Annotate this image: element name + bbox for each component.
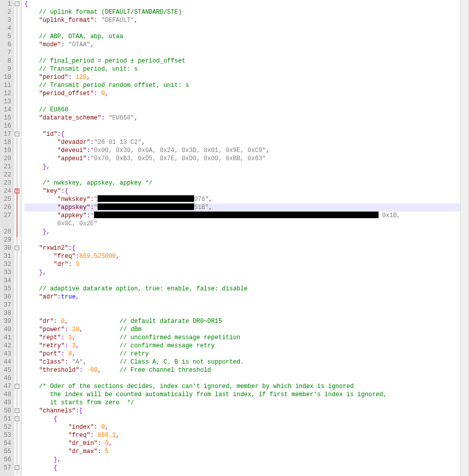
code-line[interactable]: "appkey":" 0x1B,	[24, 212, 460, 220]
line-number: 53	[3, 431, 11, 439]
line-number: 25	[3, 195, 11, 203]
code-line[interactable]: "port": 8, // retry	[24, 350, 460, 358]
code-line[interactable]: // Transmit period, unit: s	[24, 65, 460, 73]
code-line[interactable]	[24, 277, 460, 285]
code-line[interactable]: "id":{	[24, 130, 460, 138]
code-area[interactable]: { // uplink format (DEFAULT/STANDARD/STE…	[21, 0, 460, 476]
line-number: 51	[3, 415, 11, 423]
line-number: 30	[3, 244, 11, 252]
line-number: 24	[3, 187, 11, 195]
code-line[interactable]: it starts from zero */	[24, 399, 460, 407]
code-line[interactable]: the index will be counted automatically …	[24, 391, 460, 399]
code-line[interactable]: "threshold": -80, // Free channel thresh…	[24, 366, 460, 374]
code-line[interactable]: "nwkskey":"976",	[24, 195, 460, 203]
fold-toggle[interactable]: −	[15, 465, 19, 470]
code-line[interactable]: // Transmit period random offset, unit: …	[24, 81, 460, 90]
code-line-wrap[interactable]: 0x0C, 0x2E"	[24, 220, 460, 228]
line-number: 36	[3, 293, 11, 301]
code-line[interactable]: "period_offset": 0,	[24, 90, 460, 98]
code-line[interactable]: "dr_max": 5	[24, 448, 460, 456]
code-line[interactable]: "rxwin2":{	[24, 244, 460, 252]
line-number: 13	[3, 98, 11, 106]
code-line[interactable]: "appeui":"0x70, 0xB3, 0xD5, 0x7E, 0xD0, …	[24, 155, 460, 163]
code-line[interactable]: },	[24, 163, 460, 171]
fold-toggle[interactable]: −	[15, 416, 19, 421]
line-number: 19	[3, 146, 11, 155]
line-number: 14	[3, 106, 11, 114]
code-line[interactable]	[24, 122, 460, 130]
line-number: 35	[3, 285, 11, 293]
code-line[interactable]: "datarate_scheme": "EU868",	[24, 114, 460, 122]
fold-toggle[interactable]: −	[15, 246, 19, 250]
line-number: 23	[3, 179, 11, 187]
line-number: 2	[3, 8, 11, 16]
code-line[interactable]	[24, 301, 460, 309]
redacted-block	[98, 195, 194, 202]
line-number: 10	[3, 73, 11, 81]
code-line[interactable]: "index": 0,	[24, 423, 460, 431]
fold-toggle[interactable]: −	[15, 132, 19, 136]
line-number: 32	[3, 260, 11, 269]
code-line[interactable]: /* nwkskey, appskey, appkey */	[24, 179, 460, 187]
line-number: 7	[3, 49, 11, 57]
code-line[interactable]: "class": "A", // Class A, C. B is not su…	[24, 358, 460, 366]
line-number: 47	[3, 382, 11, 391]
code-line[interactable]: {	[24, 0, 460, 8]
code-line[interactable]	[24, 98, 460, 106]
fold-toggle[interactable]: −	[15, 2, 19, 6]
line-number: 12	[3, 90, 11, 98]
code-line[interactable]: // EU868	[24, 106, 460, 114]
line-number: 57	[3, 464, 11, 472]
line-number: 38	[3, 309, 11, 317]
code-line[interactable]: "freq":869.525000,	[24, 252, 460, 260]
code-line[interactable]: "retry": 3, // confirmed message retry	[24, 342, 460, 350]
code-line[interactable]: "appskey":"51B",	[24, 203, 460, 212]
line-number: 29	[3, 236, 11, 244]
code-line[interactable]: },	[24, 228, 460, 236]
code-line[interactable]: "rept": 1, // unconfirmed message repeti…	[24, 334, 460, 342]
fold-toggle[interactable]: −	[15, 384, 19, 389]
line-number: 27	[3, 212, 11, 220]
code-line[interactable]: // ABP, OTAA, abp, otaa	[24, 33, 460, 41]
code-line[interactable]: "uplink_format": "DEFAULT",	[24, 16, 460, 24]
code-line[interactable]: // uplink format (DEFAULT/STANDARD/STE)	[24, 8, 460, 16]
code-line[interactable]	[24, 236, 460, 244]
code-line[interactable]: },	[24, 269, 460, 277]
line-number: 21	[3, 163, 11, 171]
code-editor[interactable]: 1234567891011121314151617181920212223242…	[0, 0, 469, 476]
line-number: 33	[3, 269, 11, 277]
code-line[interactable]: "deveui":"0x00, 0x30, 0x0A, 0x24, 0x3D, …	[24, 146, 460, 155]
code-line[interactable]: // final_period = period ± period_offset	[24, 57, 460, 65]
code-line[interactable]	[24, 171, 460, 179]
fold-toggle[interactable]: −	[15, 408, 19, 413]
line-number: 28	[3, 228, 11, 236]
line-number: 37	[3, 301, 11, 309]
code-line[interactable]: "freq": 868.1,	[24, 431, 460, 439]
code-line[interactable]: "power": 20, // dBm	[24, 325, 460, 334]
line-number: 15	[3, 114, 11, 122]
code-line[interactable]	[24, 309, 460, 317]
code-line[interactable]: "period": 120,	[24, 73, 460, 81]
code-line[interactable]: "key":{	[24, 187, 460, 195]
code-line[interactable]: "dr_min": 0,	[24, 439, 460, 448]
line-number: 5	[3, 33, 11, 41]
code-line[interactable]: {	[24, 464, 460, 472]
code-line[interactable]: "devaddr":"26 01 13 C2",	[24, 138, 460, 146]
vertical-scrollbar[interactable]	[460, 0, 468, 476]
code-line[interactable]: "dr": 0, // default datarate DR0~DR15	[24, 317, 460, 325]
code-line[interactable]	[24, 49, 460, 57]
code-line[interactable]	[24, 374, 460, 382]
line-number: 34	[3, 277, 11, 285]
code-line[interactable]: /* Oder of the sections decides, index c…	[24, 382, 460, 391]
code-line[interactable]	[24, 24, 460, 33]
code-line[interactable]: "adr":true,	[24, 293, 460, 301]
fold-margin[interactable]: −−−−−−−−	[14, 0, 21, 476]
line-number: 41	[3, 334, 11, 342]
code-line[interactable]: "dr": 3	[24, 260, 460, 269]
code-line[interactable]: {	[24, 415, 460, 423]
code-line[interactable]: // adaptive datarate option, true: enabl…	[24, 285, 460, 293]
line-number: 4	[3, 24, 11, 33]
code-line[interactable]: },	[24, 456, 460, 464]
code-line[interactable]: "channels":[	[24, 407, 460, 415]
code-line[interactable]: "mode": "OTAA",	[24, 41, 460, 49]
